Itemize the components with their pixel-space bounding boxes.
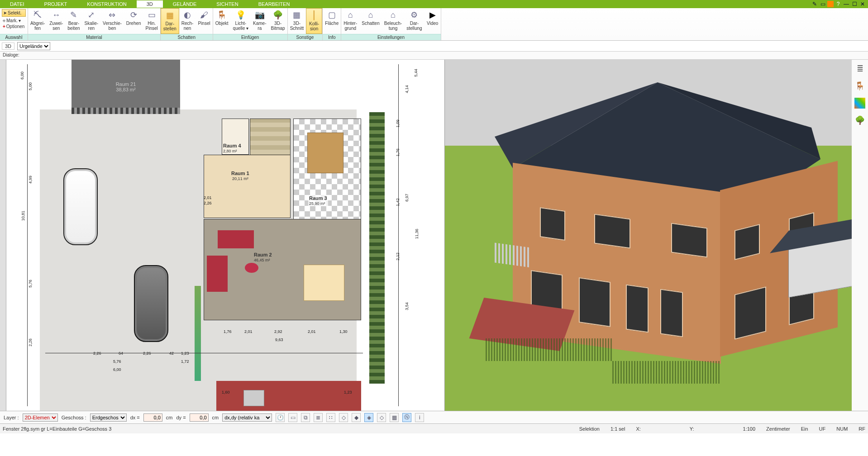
help-icon[interactable]: ? bbox=[835, 1, 842, 7]
tool-skalieren[interactable]: ⤢Skalie-ren bbox=[82, 8, 101, 34]
clock-icon[interactable]: 🕐 bbox=[276, 413, 285, 422]
grid2-icon[interactable]: ▦ bbox=[390, 413, 399, 422]
ribbon-group-material: ⛏Abgrei-fen ↔Zuwei-sen ✎Bear-beiten ⤢Ska… bbox=[28, 8, 161, 40]
tool-zuweisen[interactable]: ↔Zuwei-sen bbox=[47, 8, 65, 34]
house-bg-icon: ⌂ bbox=[345, 10, 355, 20]
tool-pinsel[interactable]: 🖌Pinsel bbox=[196, 8, 212, 34]
snap4-icon[interactable]: ◇ bbox=[377, 413, 386, 422]
rotate-icon: ⟳ bbox=[129, 10, 138, 20]
car-white[interactable] bbox=[63, 168, 98, 245]
tool-hin-pinsel[interactable]: ▭Hin.Pinsel bbox=[143, 8, 160, 34]
layers-tool[interactable]: ≣ bbox=[854, 63, 865, 74]
snap2-icon[interactable]: ◆ bbox=[352, 413, 361, 422]
group-label-sonstige: Sonstige bbox=[288, 34, 323, 40]
room-2[interactable]: Raum 246,45 m² bbox=[204, 219, 361, 320]
tool-objekt[interactable]: 🪑Objekt bbox=[213, 8, 231, 34]
menu-projekt[interactable]: PROJEKT bbox=[34, 0, 77, 8]
terrace[interactable] bbox=[216, 381, 361, 411]
tool-rechnen[interactable]: ◐Rech-nen bbox=[179, 8, 196, 34]
tool-flaeche[interactable]: ▢Fläche bbox=[323, 8, 341, 34]
window-f6 bbox=[626, 284, 649, 332]
dy-input[interactable] bbox=[190, 413, 209, 422]
tool-3dschnitt[interactable]: ▦3D-Schnitt bbox=[288, 8, 306, 34]
dim-bot-5: 1,23 bbox=[181, 351, 189, 356]
tool-hintergrund[interactable]: ⌂Hinter-grund bbox=[341, 8, 359, 34]
tool-verschieben[interactable]: ⇔Verschie-ben bbox=[100, 8, 124, 34]
coord-mode-select[interactable]: dx,dy (relativ ka bbox=[222, 413, 272, 422]
grid-icon[interactable]: ∷ bbox=[326, 413, 335, 422]
terrain-select[interactable]: Urgelände bbox=[17, 42, 50, 50]
view-3d[interactable] bbox=[445, 60, 852, 411]
dim-right-3: 1,09 bbox=[396, 119, 400, 128]
optionen-button[interactable]: +Optionen bbox=[2, 24, 26, 29]
menu-datei[interactable]: DATEI bbox=[0, 0, 34, 8]
close-icon[interactable]: ✕ bbox=[859, 1, 866, 7]
tool-abgreifen[interactable]: ⛏Abgrei-fen bbox=[28, 8, 47, 34]
selekt-button[interactable]: ➤Selekt. bbox=[2, 9, 26, 17]
group-icon[interactable]: ⧉ bbox=[301, 413, 310, 422]
dim-right-2: 4,14 bbox=[405, 85, 409, 93]
group-label-schatten: Schatten bbox=[161, 34, 213, 40]
hedge-left bbox=[195, 286, 201, 381]
tool-drehen[interactable]: ⟳Drehen bbox=[124, 8, 143, 34]
cursor-icon: ➤ bbox=[3, 10, 7, 15]
group-label-auswahl: Auswahl bbox=[0, 34, 28, 40]
furniture-tool[interactable]: 🪑 bbox=[854, 81, 865, 91]
menu-konstruktion[interactable]: KONSTRUKTION bbox=[77, 0, 136, 8]
palette-tool[interactable]: . bbox=[854, 98, 865, 109]
ottoman bbox=[245, 263, 258, 273]
room-4[interactable]: Raum 42,80 m² bbox=[222, 119, 249, 155]
status-y: Y: bbox=[690, 426, 694, 432]
snap3-icon[interactable]: ◈ bbox=[364, 413, 373, 422]
garage-room[interactable]: Raum 21 38,83 m² bbox=[72, 60, 180, 114]
light-icon: 💡 bbox=[236, 10, 246, 20]
section-icon: ▦ bbox=[292, 10, 302, 20]
tool-3dbitmap[interactable]: 🌳3D-Bitmap bbox=[269, 8, 287, 34]
room-1[interactable]: Raum 120,11 m² bbox=[204, 155, 291, 218]
tool-kollision[interactable]: ⎪Kolli-sion bbox=[306, 8, 322, 34]
color-icon[interactable] bbox=[827, 1, 834, 7]
dim-left-4: 10,81 bbox=[21, 211, 25, 221]
tool-darstellen[interactable]: ▦Dar-stellen bbox=[161, 8, 179, 34]
tool-kamera[interactable]: 📷Kame-ra bbox=[251, 8, 268, 34]
tool-schatten-set[interactable]: ⌂Schatten bbox=[359, 8, 382, 34]
mark-button[interactable]: ⎆Mark.▾ bbox=[2, 18, 26, 24]
brush-bg-icon: ▭ bbox=[147, 10, 157, 20]
dim-mid-2: 2,26 bbox=[204, 201, 212, 205]
layer-select[interactable]: 2D-Elemen bbox=[23, 413, 58, 422]
pen-icon[interactable]: ✎ bbox=[811, 1, 818, 7]
edit-icon: ✎ bbox=[69, 10, 79, 20]
maximize-icon[interactable]: ☐ bbox=[851, 1, 858, 7]
tool-beleuchtung[interactable]: ⌂Beleuch-tung bbox=[382, 8, 404, 34]
grass-tuft-2 bbox=[612, 361, 721, 384]
plant-tool[interactable]: 🌳 bbox=[854, 115, 865, 126]
dx-input[interactable] bbox=[143, 413, 162, 422]
dim-mid-8: 9,63 bbox=[275, 337, 283, 342]
window-f7 bbox=[660, 289, 683, 337]
minimize-icon[interactable]: — bbox=[843, 1, 850, 7]
window-f1 bbox=[540, 207, 565, 241]
plan-2d-view[interactable]: Raum 21 38,83 m² Raum 42,80 m² Raum 120,… bbox=[0, 60, 445, 411]
menu-sichten[interactable]: SICHTEN bbox=[206, 0, 248, 8]
info-icon[interactable]: i bbox=[415, 413, 424, 422]
car-dark[interactable] bbox=[134, 265, 168, 342]
menu-gelaende[interactable]: GELÄNDE bbox=[163, 0, 207, 8]
tool-darstellung[interactable]: ⚙Dar-stellung bbox=[404, 8, 424, 34]
area-icon: ▢ bbox=[327, 10, 337, 20]
tool-video[interactable]: ▶Video bbox=[424, 8, 441, 34]
screen-icon[interactable]: ▭ bbox=[288, 413, 297, 422]
tool-bearbeiten[interactable]: ✎Bear-beiten bbox=[65, 8, 82, 34]
sofa-1 bbox=[218, 230, 254, 248]
north-icon[interactable]: Ⓝ bbox=[402, 413, 411, 422]
menu-bearbeiten[interactable]: BEARBEITEN bbox=[248, 0, 300, 8]
mark-icon: ⎆ bbox=[3, 18, 5, 23]
dim-left-1: 6,00 bbox=[20, 71, 24, 80]
rect-icon[interactable]: ▭ bbox=[819, 1, 826, 7]
geschoss-select[interactable]: Erdgeschos bbox=[90, 413, 127, 422]
menu-3d[interactable]: 3D bbox=[137, 0, 163, 8]
dy-label: dy = bbox=[176, 415, 186, 420]
tool-lichtquelle[interactable]: 💡Licht-quelle ▾ bbox=[231, 8, 251, 34]
snap1-icon[interactable]: ◇ bbox=[339, 413, 348, 422]
ribbon-group-einstellungen: ⌂Hinter-grund ⌂Schatten ⌂Beleuch-tung ⚙D… bbox=[341, 8, 441, 40]
layers-toggle-icon[interactable]: ≣ bbox=[314, 413, 323, 422]
